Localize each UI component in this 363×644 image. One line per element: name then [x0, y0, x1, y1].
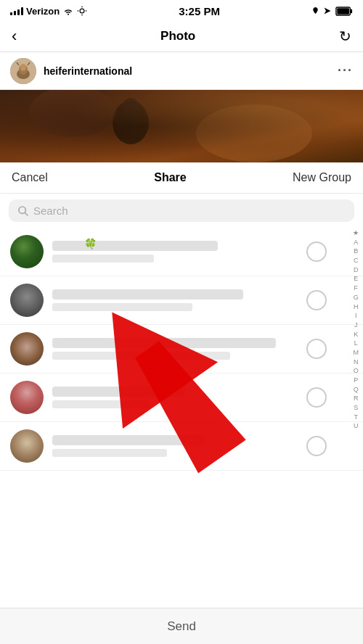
- svg-point-16: [196, 104, 312, 162]
- contact-name-blur: [52, 387, 184, 397]
- account-username: heiferinternational: [44, 65, 338, 77]
- select-radio[interactable]: [306, 242, 327, 262]
- contact-sub-blur: [52, 255, 154, 263]
- svg-point-14: [113, 101, 149, 144]
- brightness-icon: [77, 6, 87, 16]
- alpha-q[interactable]: Q: [352, 386, 361, 395]
- direction-icon: [323, 7, 332, 15]
- carrier-label: Verizon: [26, 6, 60, 17]
- alpha-r[interactable]: R: [352, 395, 361, 403]
- svg-point-0: [80, 9, 84, 13]
- avatar: [10, 429, 44, 463]
- avatar: [10, 332, 44, 366]
- contact-info: [52, 387, 306, 408]
- avatar: [10, 235, 44, 268]
- avatar: [10, 284, 44, 317]
- search-icon: [17, 205, 29, 217]
- alpha-p[interactable]: P: [352, 376, 361, 385]
- search-input-wrapper[interactable]: Search: [9, 199, 354, 222]
- svg-line-19: [25, 212, 28, 215]
- contact-info: [52, 338, 306, 360]
- svg-rect-7: [350, 9, 352, 13]
- alpha-e[interactable]: E: [352, 275, 361, 284]
- page-title: Photo: [160, 29, 195, 44]
- more-options-button[interactable]: ···: [338, 63, 353, 78]
- cancel-button[interactable]: Cancel: [12, 171, 48, 184]
- svg-rect-8: [337, 8, 349, 14]
- alpha-j[interactable]: J: [352, 321, 361, 330]
- list-item[interactable]: [0, 373, 363, 422]
- status-time: 3:25 PM: [179, 5, 220, 17]
- alpha-l[interactable]: L: [352, 339, 361, 348]
- battery-icon: [335, 7, 353, 16]
- nav-bar: ‹ Photo ↻: [0, 20, 363, 52]
- wifi-icon: [62, 7, 74, 15]
- alpha-a[interactable]: A: [352, 239, 361, 247]
- list-item[interactable]: 🍀: [0, 228, 363, 276]
- back-button[interactable]: ‹: [12, 27, 17, 46]
- select-radio[interactable]: [306, 339, 327, 359]
- select-radio[interactable]: [306, 290, 327, 310]
- select-radio[interactable]: [306, 387, 327, 408]
- contact-list-wrapper: 🍀: [0, 228, 363, 569]
- alpha-c[interactable]: C: [352, 257, 361, 265]
- list-item[interactable]: [0, 325, 363, 373]
- alpha-u[interactable]: U: [352, 422, 361, 431]
- status-left: Verizon: [10, 6, 87, 17]
- share-bar: Cancel Share New Group: [0, 162, 363, 194]
- search-placeholder: Search: [33, 205, 68, 217]
- emoji-badge: 🍀: [84, 238, 97, 249]
- alpha-h[interactable]: H: [352, 303, 361, 312]
- svg-point-17: [29, 90, 116, 137]
- contact-sub-blur: [52, 449, 167, 457]
- list-item[interactable]: [0, 276, 363, 325]
- location-icon: [311, 7, 319, 16]
- status-right: [311, 7, 353, 16]
- send-bar: Send: [0, 608, 363, 644]
- share-button[interactable]: Share: [154, 171, 186, 184]
- svg-rect-13: [0, 90, 363, 162]
- svg-point-15: [122, 98, 139, 118]
- contact-list: 🍀: [0, 228, 363, 471]
- svg-marker-5: [324, 8, 330, 15]
- alpha-s[interactable]: S: [352, 404, 361, 413]
- status-bar: Verizon 3:25 PM: [0, 0, 363, 20]
- alpha-k[interactable]: K: [352, 331, 361, 339]
- contact-info: [52, 289, 306, 311]
- alpha-g[interactable]: G: [352, 294, 361, 302]
- contact-name-blur: [52, 338, 276, 348]
- alpha-t[interactable]: T: [352, 413, 361, 422]
- photo-image: [0, 90, 363, 162]
- alpha-i[interactable]: I: [352, 312, 361, 321]
- signal-bars: [10, 7, 23, 15]
- contact-sub-blur: [52, 352, 230, 360]
- alpha-d[interactable]: D: [352, 266, 361, 275]
- alpha-star[interactable]: ★: [352, 229, 361, 238]
- contact-name-blur: [52, 241, 218, 251]
- contact-name-blur: [52, 289, 243, 300]
- avatar: [10, 381, 44, 414]
- list-item[interactable]: [0, 422, 363, 471]
- refresh-button[interactable]: ↻: [339, 28, 351, 45]
- alpha-o[interactable]: O: [352, 367, 361, 376]
- photo-preview: [0, 90, 363, 162]
- account-avatar: [10, 58, 36, 84]
- search-container: Search: [0, 194, 363, 228]
- contact-info: [52, 435, 306, 457]
- alphabet-sidebar: ★ A B C D E F G H I J K L M N O P Q R S …: [352, 228, 361, 569]
- account-row[interactable]: heiferinternational ···: [0, 52, 363, 90]
- contact-sub-blur: [52, 400, 149, 408]
- alpha-n[interactable]: N: [352, 358, 361, 367]
- alpha-b[interactable]: B: [352, 247, 361, 256]
- contact-sub-blur: [52, 303, 192, 311]
- contact-name-blur: [52, 435, 205, 445]
- svg-point-12: [20, 64, 26, 71]
- send-button[interactable]: Send: [167, 619, 196, 634]
- select-radio[interactable]: [306, 436, 327, 456]
- alpha-f[interactable]: F: [352, 284, 361, 293]
- alpha-m[interactable]: M: [352, 349, 361, 358]
- new-group-button[interactable]: New Group: [293, 171, 351, 184]
